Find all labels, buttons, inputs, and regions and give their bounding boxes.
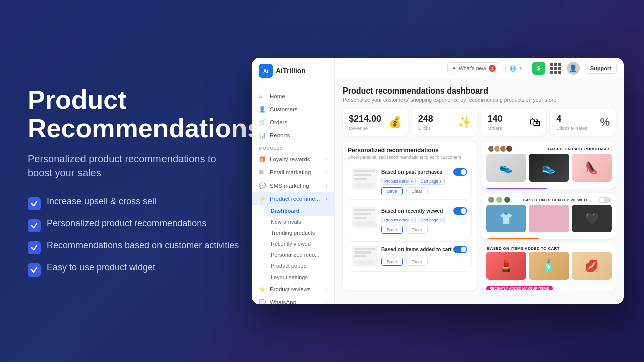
user-avatar[interactable]: 👤	[567, 62, 580, 75]
stat-card-revenue: $214.00 Revenue 💰	[343, 109, 408, 136]
subnav-label-dashboard: Dashboard	[271, 208, 299, 214]
page-title: Product recommendations dashboard	[343, 86, 616, 96]
visual-card-past-purchases: BASED ON PAST PURCHASES 👟 👟 👠 RECENTLY P…	[482, 142, 616, 189]
top-header: ✦ What's new 1 🌐 ▼ $ 👤 Support	[335, 58, 624, 79]
email-icon: ✉	[259, 169, 266, 176]
tag-cart-page-2: Cart page ×	[418, 217, 445, 223]
product-shoe-pink: 👠	[572, 154, 612, 182]
sidebar-nav: ⌂ Home 👤 Customers 🛒 Orders 📊 Reports MO…	[252, 84, 334, 304]
stat-value-orders: 140	[488, 114, 503, 124]
language-selector[interactable]: 🌐 ▼	[505, 63, 527, 74]
clear-button-items-in-cart[interactable]: Clear	[406, 258, 428, 266]
subnav-label-new-arrivals: New arrivals	[271, 219, 301, 225]
product-makeup-powder: 💋	[572, 252, 612, 280]
sparkles-icon: ✨	[458, 116, 471, 129]
stat-card-orders: 140 Orders 🛍	[481, 109, 547, 136]
subtitle: Personalized product recommendations to …	[28, 152, 242, 180]
sidebar-item-product-reco[interactable]: ⚡ Product recomme... ›	[252, 192, 334, 205]
support-button[interactable]: Support	[585, 63, 617, 74]
feature-list: Increase upsell & cross sell Personalize…	[28, 196, 242, 277]
sidebar-item-orders[interactable]: 🛒 Orders	[252, 116, 334, 129]
reco-tags-recently-viewed: Product detail × Cart page ×	[381, 217, 467, 223]
reco-actions-items-in-cart: Save Clear	[381, 258, 467, 266]
sidebar-item-whatsapp[interactable]: 💬 WhatsApp ›	[252, 296, 334, 304]
sidebar-item-product-reviews[interactable]: ⭐ Product reviews ›	[252, 283, 334, 296]
visual-card-recently-viewed: BASED ON RECENTLY VIEWED 👕 🖤 RECENTLY VI…	[482, 193, 616, 239]
avatar-placeholder: 👤	[569, 64, 577, 72]
visual-card-header-past-purchases: BASED ON PAST PURCHASES	[548, 147, 611, 151]
apps-grid-icon[interactable]	[550, 63, 561, 74]
subnav-item-recently-viewed[interactable]: Recently viewed	[264, 238, 334, 249]
badge-recently-viewed: RECENTLY VIEWED T-SHIRT	[486, 238, 541, 239]
visual-panel: BASED ON PAST PURCHASES 👟 👟 👠 RECENTLY P…	[482, 142, 616, 290]
whats-new-label: What's new	[459, 65, 486, 71]
reco-thumb-recently-viewed	[352, 207, 377, 228]
clear-button-recently-viewed[interactable]: Clear	[406, 226, 428, 234]
whats-new-button[interactable]: ✦ What's new 1	[447, 62, 500, 74]
subnav-item-new-arrivals[interactable]: New arrivals	[264, 216, 334, 227]
chevron-right-icon-reviews: ›	[326, 287, 327, 292]
sidebar-item-label-product-reco: Product recomme...	[270, 196, 320, 202]
reco-item-recently-viewed: Based on recently viewed Product detail …	[348, 203, 472, 238]
sidebar-item-label-sms: SMS marketing	[270, 183, 309, 189]
subnav-item-product-popup[interactable]: Product popup	[264, 260, 334, 272]
stat-label-orders: Orders	[488, 125, 503, 131]
stat-value-clicks: 248	[418, 114, 433, 124]
clear-button-past-purchases[interactable]: Clear	[406, 187, 428, 195]
user-avatar-4	[505, 145, 513, 153]
sidebar-item-home[interactable]: ⌂ Home	[252, 89, 334, 103]
sidebar-item-sms[interactable]: 💬 SMS marketing ›	[252, 179, 334, 192]
toggle-visual-recently-viewed[interactable]	[599, 197, 611, 203]
reco-item-past-purchases: Based on past purchases Product detail ×…	[348, 164, 472, 200]
subnav-item-dashboard[interactable]: Dashboard	[264, 205, 334, 216]
feature-widget: Easy to use product widget	[28, 262, 242, 277]
product-shoe-dark: 👟	[529, 154, 569, 182]
reco-body-items-in-cart: Based on items added to cart Save Clear	[381, 246, 467, 266]
stat-label-clicks-to-sales: Clicks to sales	[556, 125, 587, 131]
title-line2: Recommendations	[28, 114, 262, 143]
check-icon-personalized	[28, 219, 41, 232]
stat-card-clicks: 248 Clicks ✨	[412, 109, 477, 136]
sidebar-item-customers[interactable]: 👤 Customers	[252, 103, 334, 116]
subnav-label-layout-settings: Layout settings	[271, 274, 308, 280]
save-button-past-purchases[interactable]: Save	[381, 187, 403, 195]
check-icon-activities	[28, 241, 41, 254]
percent-icon: %	[600, 116, 610, 129]
sidebar-item-label-orders: Orders	[270, 119, 287, 125]
reco-actions-past-purchases: Save Clear	[381, 187, 467, 195]
subnav-item-personalized-reco[interactable]: Personalized reco...	[264, 249, 334, 260]
save-button-items-in-cart[interactable]: Save	[381, 258, 403, 266]
toggle-items-in-cart[interactable]	[453, 246, 467, 253]
save-button-recently-viewed[interactable]: Save	[381, 226, 403, 234]
toggle-past-purchases[interactable]	[453, 168, 467, 176]
globe-icon: 🌐	[510, 65, 516, 72]
feature-text-upsell: Increase upsell & cross sell	[47, 196, 156, 207]
stat-value-revenue: $214.00	[349, 114, 381, 124]
reco-body-recently-viewed: Based on recently viewed Product detail …	[381, 207, 467, 234]
sidebar-item-loyalty[interactable]: 🎁 Loyalty rewards ›	[252, 153, 334, 166]
feature-text-widget: Easy to use product widget	[47, 262, 155, 273]
product-makeup-beige: 🧴	[529, 252, 569, 280]
user-avatar-6	[495, 196, 503, 204]
money-bag-icon: 💰	[388, 116, 402, 129]
sidebar-item-email[interactable]: ✉ Email marketing ›	[252, 166, 334, 179]
user-avatar-5	[487, 196, 495, 204]
page-description: Personalize your customers' shopping exp…	[343, 97, 616, 103]
title-line1: Product	[28, 85, 126, 114]
toggle-recently-viewed[interactable]	[453, 207, 467, 215]
cart-icon: 🛒	[259, 119, 266, 126]
page-content: Product recommendations dashboard Person…	[335, 79, 624, 304]
sidebar-item-reports[interactable]: 📊 Reports	[252, 129, 334, 142]
stat-label-clicks: Clicks	[418, 125, 433, 131]
left-panel: Product Recommendations Personalized pro…	[0, 85, 242, 277]
subnav-label-trending: Trending products	[271, 230, 315, 236]
stat-label-revenue: Revenue	[349, 125, 381, 131]
feature-activities: Recommendations based on customer activi…	[28, 240, 242, 254]
subnav-item-trending[interactable]: Trending products	[264, 227, 334, 238]
reco-panel: Personalized recommendations Show person…	[343, 142, 477, 290]
subnav-label-recently-viewed: Recently viewed	[271, 241, 311, 247]
reco-body-past-purchases: Based on past purchases Product detail ×…	[381, 168, 467, 195]
subnav-item-layout-settings[interactable]: Layout settings	[264, 272, 334, 283]
check-icon-widget	[28, 263, 41, 277]
subnav: Dashboard New arrivals Trending products…	[252, 205, 334, 283]
